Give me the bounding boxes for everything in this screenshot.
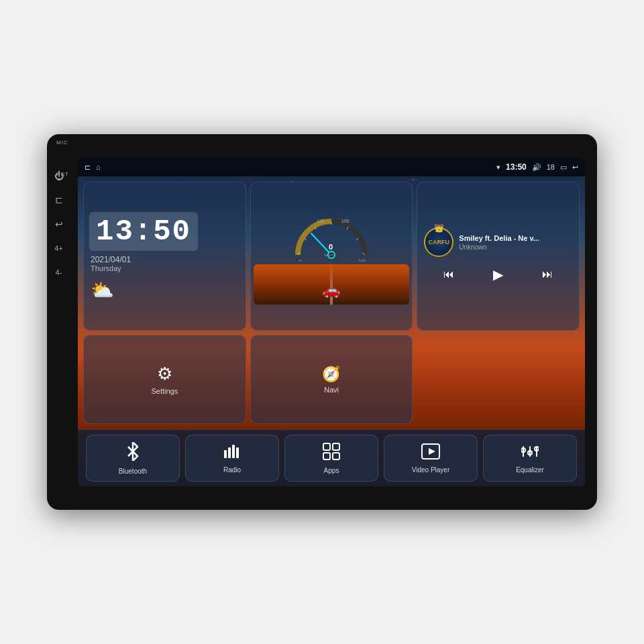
car-head-unit: MIC RST ⏻ ⊏ ↩ 4+ 4- ⊏ ⌂ ▾ 13:50 🔊 18 ▭ ↩ [47, 134, 597, 510]
play-button[interactable]: ▶ [490, 264, 506, 285]
settings-label: Settings [151, 387, 178, 395]
gauge-container: 0 120 160 240 0 km/h 🚗 [254, 208, 410, 305]
settings-card[interactable]: ⚙ Settings [83, 335, 246, 424]
back-icon[interactable]: ↩ [572, 163, 578, 172]
equalizer-label: Equalizer [516, 466, 544, 474]
radio-label: Radio [223, 466, 241, 474]
wifi-icon: ▾ [496, 163, 500, 172]
bluetooth-label: Bluetooth [119, 468, 147, 475]
bluetooth-button[interactable]: Bluetooth [86, 435, 180, 482]
svg-text:120: 120 [317, 219, 325, 223]
bluetooth-icon [125, 442, 141, 465]
music-title: Smiley ft. Delia - Ne v... [459, 234, 553, 242]
car-icon: 🚗 [322, 282, 340, 299]
svg-line-1 [305, 238, 307, 240]
equalizer-button[interactable]: Equalizer [483, 435, 577, 482]
road-scene: 🚗 [254, 264, 410, 305]
svg-text:240: 240 [358, 259, 366, 262]
volume-level: 18 [547, 163, 555, 171]
music-top: 👑 CARFU Smiley ft. Delia - Ne v... Unkno… [424, 227, 572, 257]
road-background: 🚗 [254, 264, 410, 305]
equalizer-icon [521, 443, 539, 464]
svg-rect-17 [232, 445, 235, 458]
home-button[interactable]: ⊏ [50, 191, 68, 209]
house-icon[interactable]: ⌂ [96, 163, 101, 171]
svg-line-5 [356, 238, 358, 240]
svg-rect-16 [228, 447, 231, 458]
status-left: ⊏ ⌂ [85, 163, 101, 172]
radio-icon [223, 443, 241, 464]
svg-text:160: 160 [341, 219, 350, 223]
speedometer-svg: 0 120 160 240 0 km/h [291, 208, 372, 262]
speed-widget: 0 120 160 240 0 km/h 🚗 [250, 182, 413, 331]
svg-rect-22 [333, 453, 339, 460]
video-player-button[interactable]: Video Player [384, 435, 478, 482]
radio-button[interactable]: Radio [185, 435, 279, 482]
status-time: 13:50 [506, 162, 527, 172]
music-artist: Unknown [459, 244, 572, 251]
main-content-grid: 13:50 2021/04/01 Thursday ⛅ [78, 176, 585, 429]
navi-icon: 🧭 [322, 366, 340, 383]
battery-icon: ▭ [560, 163, 567, 172]
svg-rect-18 [236, 447, 239, 458]
apps-button[interactable]: Apps [284, 435, 378, 482]
apps-icon [323, 443, 340, 464]
music-widget[interactable]: 👑 CARFU Smiley ft. Delia - Ne v... Unkno… [417, 182, 580, 331]
clock-date: 2021/04/01 [89, 255, 131, 264]
back-button-side[interactable]: ↩ [50, 215, 68, 233]
navi-label: Navi [324, 386, 339, 394]
navi-card[interactable]: 🧭 Navi [250, 335, 413, 424]
next-button[interactable]: ⏭ [539, 266, 555, 283]
svg-rect-21 [323, 453, 330, 460]
video-player-icon [421, 443, 440, 464]
svg-rect-19 [323, 443, 330, 450]
music-info: Smiley ft. Delia - Ne v... Unknown [459, 234, 572, 251]
svg-marker-24 [429, 448, 435, 455]
clock-widget: 13:50 2021/04/01 Thursday ⛅ [83, 182, 246, 331]
svg-text:0: 0 [329, 243, 333, 251]
bottom-row: Bluetooth Radio [78, 429, 585, 486]
crown-icon: 👑 [434, 223, 444, 233]
left-controls: ⏻ ⊏ ↩ 4+ 4- [47, 134, 70, 510]
clock-display: 13:50 [89, 212, 198, 251]
svg-text:km/h: km/h [325, 253, 333, 257]
status-right: ▾ 13:50 🔊 18 ▭ ↩ [496, 162, 578, 172]
main-screen: ⊏ ⌂ ▾ 13:50 🔊 18 ▭ ↩ 13:50 2021/04/01 Th… [78, 158, 585, 486]
vol-up-button[interactable]: 4+ [50, 239, 68, 258]
carfu-logo: 👑 CARFU [424, 227, 453, 257]
status-bar: ⊏ ⌂ ▾ 13:50 🔊 18 ▭ ↩ [78, 158, 585, 176]
settings-icon: ⚙ [157, 364, 172, 384]
svg-rect-20 [333, 443, 339, 450]
prev-button[interactable]: ⏮ [441, 266, 457, 283]
home-icon[interactable]: ⊏ [85, 163, 91, 172]
vol-down-button[interactable]: 4- [50, 263, 68, 282]
carfu-text: CARFU [429, 239, 450, 246]
video-player-label: Video Player [412, 466, 450, 474]
volume-icon: 🔊 [532, 163, 541, 172]
power-button[interactable]: ⏻ [50, 166, 68, 185]
svg-text:0: 0 [299, 259, 302, 262]
weather-icon: ⛅ [89, 279, 114, 301]
svg-rect-15 [224, 450, 227, 458]
clock-day: Thursday [89, 264, 121, 272]
music-controls: ⏮ ▶ ⏭ [424, 264, 572, 285]
apps-label: Apps [324, 467, 339, 474]
